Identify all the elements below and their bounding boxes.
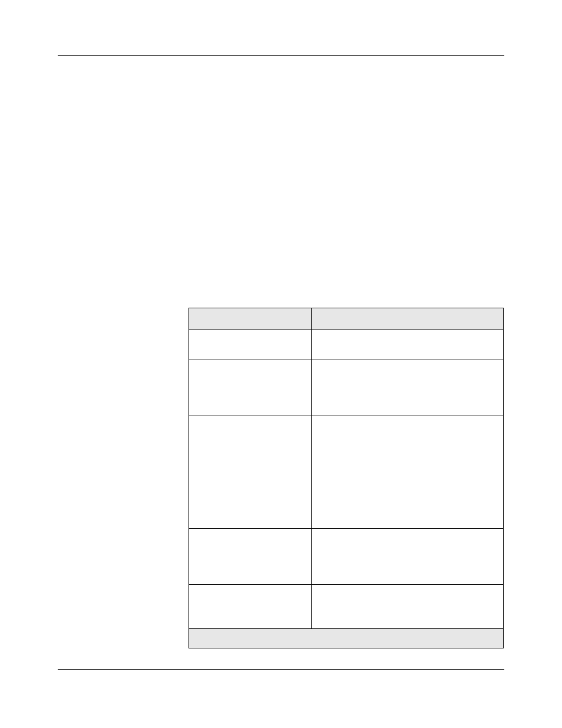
table-cell (189, 330, 312, 360)
cell-value (189, 360, 311, 416)
table-cell (312, 529, 504, 585)
cell-value (312, 585, 503, 628)
table-footer-row (189, 629, 504, 648)
table-cell (312, 330, 504, 360)
table-header-row (189, 308, 504, 330)
table-row (189, 529, 504, 585)
cell-value (189, 330, 311, 360)
table-row (189, 360, 504, 416)
table-cell (312, 416, 504, 529)
table-header-label (312, 308, 503, 330)
table-cell (189, 529, 312, 585)
table-footer-cell (189, 629, 504, 648)
cell-value (312, 416, 503, 528)
cell-value (189, 585, 311, 628)
header-rule (58, 55, 504, 56)
cell-value (312, 529, 503, 584)
table-cell (189, 416, 312, 529)
cell-value (312, 360, 503, 416)
table-cell (312, 360, 504, 416)
table-header-label (189, 308, 311, 330)
table-footer-label (189, 629, 503, 648)
table-header-cell (189, 308, 312, 330)
table-row (189, 416, 504, 529)
data-table (189, 308, 503, 648)
table-cell (312, 585, 504, 629)
table-cell (189, 585, 312, 629)
table-cell (189, 360, 312, 416)
cell-value (189, 529, 311, 584)
footer-rule (58, 669, 504, 670)
cell-value (312, 330, 503, 360)
cell-value (189, 416, 311, 528)
table-row (189, 330, 504, 360)
table-row (189, 585, 504, 629)
table-header-cell (312, 308, 504, 330)
